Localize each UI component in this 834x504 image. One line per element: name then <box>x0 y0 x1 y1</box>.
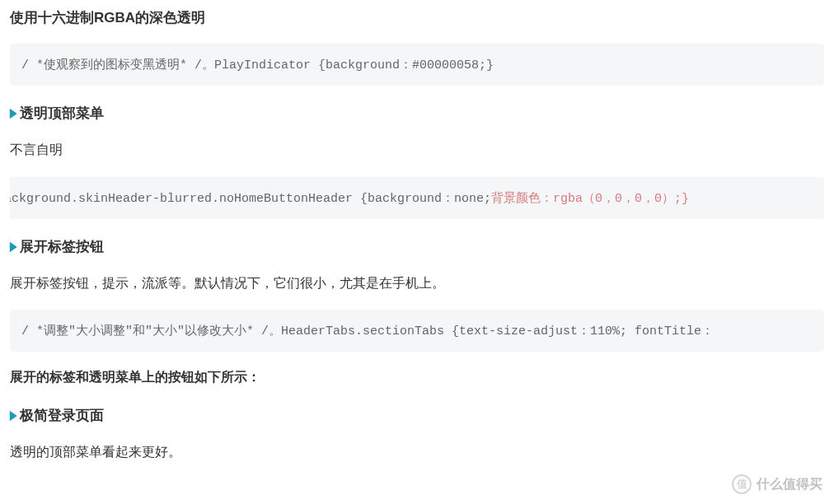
heading-minimal-login[interactable]: 极简登录页面 <box>10 406 824 425</box>
heading-transparent-top-menu[interactable]: 透明顶部菜单 <box>10 104 824 123</box>
heading-rgba-dark: 使用十六进制RGBA的深色透明 <box>10 8 824 27</box>
code-block-play-indicator[interactable]: / *使观察到的图标变黑透明* /。PlayIndicator {backgro… <box>10 44 824 86</box>
heading-expand-tab-button[interactable]: 展开标签按钮 <box>10 237 824 256</box>
code-inner: Background.skinHeader-blurred.noHomeButt… <box>10 192 689 206</box>
document-content: 使用十六进制RGBA的深色透明 / *使观察到的图标变黑透明* /。PlayIn… <box>0 0 834 487</box>
paragraph-self-evident: 不言自明 <box>10 139 824 161</box>
code-block-skin-header[interactable]: Background.skinHeader-blurred.noHomeButt… <box>10 177 824 219</box>
heading-text: 极简登录页面 <box>20 406 104 425</box>
watermark-icon: 值 <box>732 474 752 494</box>
paragraph-expand-desc: 展开标签按钮，提示，流派等。默认情况下，它们很小，尤其是在手机上。 <box>10 273 824 294</box>
code-text: / *使观察到的图标变黑透明* /。PlayIndicator {backgro… <box>21 58 494 72</box>
code-text-pink: 背景颜色：rgba（0，0，0，0）;} <box>491 192 689 206</box>
heading-text: 透明顶部菜单 <box>20 104 104 123</box>
paragraph-better-look: 透明的顶部菜单看起来更好。 <box>10 441 824 463</box>
code-text: / *调整"大小调整"和"大小"以修改大小* /。HeaderTabs.sect… <box>21 323 824 338</box>
heading-text: 展开标签按钮 <box>20 237 104 256</box>
code-block-header-tabs[interactable]: / *调整"大小调整"和"大小"以修改大小* /。HeaderTabs.sect… <box>10 310 824 352</box>
code-text-plain: Background.skinHeader-blurred.noHomeButt… <box>10 192 491 206</box>
paragraph-shown-below: 展开的标签和透明菜单上的按钮如下所示： <box>10 366 824 388</box>
watermark-text: 什么值得买 <box>757 476 822 493</box>
watermark: 值 什么值得买 <box>732 474 822 494</box>
